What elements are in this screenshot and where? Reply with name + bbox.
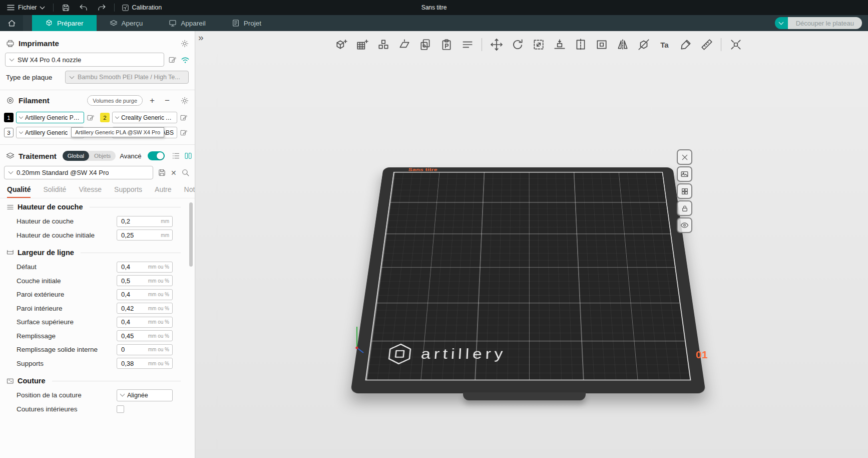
edit-filament-1-button[interactable] [87,114,95,122]
clear-preset-button[interactable]: ✕ [171,169,177,177]
add-filament-button[interactable]: + [147,96,158,106]
setting-value-input[interactable] [117,360,146,367]
setting-value-input[interactable] [117,263,146,271]
slice-plate-button[interactable]: Découper le plateau [788,17,862,29]
filament-section-title: Filament [19,96,50,105]
tab-project[interactable]: Projet [219,15,274,31]
lock-plate-button[interactable] [677,200,692,216]
setting-value-input[interactable] [117,305,146,312]
inner-seams-checkbox[interactable] [117,405,124,413]
seam-icon [7,377,14,385]
save-preset-button[interactable] [158,168,166,177]
setting-value-input[interactable] [117,346,146,353]
printer-connection-button[interactable] [181,56,190,64]
scroll-up-arrow[interactable]: ⌃ [189,198,193,201]
add-model-button[interactable] [334,38,348,52]
tab-device[interactable]: Appareil [156,15,219,31]
filament-1-select[interactable]: Artillery Generic PL... [16,112,84,123]
filament-2-select[interactable]: Creality Generic ABS [112,112,177,123]
setting-value-input[interactable] [117,217,146,225]
edit-filament-2-button[interactable] [180,114,188,122]
setting-label: Hauteur de couche initiale [17,232,117,239]
settings-scrollbar[interactable] [189,202,193,267]
add-plate-button[interactable] [355,38,369,52]
printer-select[interactable]: SW X4 Pro 0.4 nozzle [5,53,164,67]
setting-row: Supports mm ou % [0,357,195,371]
split-button[interactable] [574,38,587,52]
assembly-view-button[interactable] [729,38,742,52]
tab-notes[interactable]: Notes [184,185,195,198]
edit-filament-4-button[interactable] [180,129,188,137]
file-menu[interactable]: Fichier [5,4,46,11]
show-plate-button[interactable] [677,217,692,233]
edit-printer-button[interactable] [168,56,177,64]
process-preset-select[interactable]: 0.20mm Standard @SW X4 Pro [4,166,153,179]
home-button[interactable] [0,15,23,31]
search-settings-button[interactable] [181,168,190,177]
seam-position-select[interactable]: Alignée [117,389,173,401]
arrange-button[interactable] [376,38,390,52]
measure-button[interactable] [700,38,713,52]
redo-button[interactable] [96,3,107,13]
layers-icon [461,38,474,51]
slice-dropdown-button[interactable] [775,17,788,29]
filament-tooltip: Artillery Generic PLA @SW X4 Pro [71,127,164,137]
prepare-icon [45,19,53,27]
save-icon [158,168,166,177]
chevron-down-icon [779,20,784,25]
purge-volumes-button[interactable]: Volumes de purge [87,95,143,106]
plate-list-button[interactable] [677,183,692,199]
text-tool-button[interactable]: Ta [658,38,671,52]
scope-objects-button[interactable]: Objets [89,153,116,159]
advanced-toggle[interactable] [148,151,165,160]
layers-button[interactable] [461,38,474,52]
tab-quality[interactable]: Qualité [7,185,31,198]
process-preset-name: 0.20mm Standard @SW X4 Pro [17,169,109,176]
plate-settings-button[interactable] [677,166,692,182]
copy-button[interactable] [418,38,432,52]
split-to-parts-button[interactable] [595,38,608,52]
setting-value-input[interactable] [117,318,146,326]
filament-settings-button[interactable] [181,97,189,105]
filament-1-swatch[interactable]: 1 [4,113,14,122]
undo-button[interactable] [78,3,89,13]
seam-position-value: Alignée [127,392,148,399]
scope-global-button[interactable]: Global [63,151,89,161]
tab-speed[interactable]: Vitesse [79,185,102,198]
delete-plate-button[interactable] [677,149,692,165]
filament-2-swatch[interactable]: 2 [100,113,110,122]
setting-value-input[interactable] [117,232,146,239]
plate-type-select[interactable]: Bambu Smooth PEI Plate / High Te... [65,71,189,84]
setting-field: mm [117,216,173,227]
build-plate[interactable]: Sans titre artillery [350,167,706,393]
rotate-button[interactable] [511,38,524,52]
move-button[interactable] [490,38,503,52]
cut-button[interactable] [637,38,650,52]
remove-filament-button[interactable]: − [162,96,173,106]
setting-value-input[interactable] [117,332,146,340]
paste-button[interactable] [440,38,453,52]
compare-presets-button[interactable] [184,152,192,160]
tab-prepare[interactable]: Préparer [32,15,97,31]
tab-supports[interactable]: Supports [114,185,142,198]
paint-button[interactable] [679,38,692,52]
setting-value-input[interactable] [117,291,146,298]
tab-strength[interactable]: Solidité [43,185,66,198]
lay-on-face-button[interactable] [553,38,566,52]
calibration-button[interactable]: Calibration [122,4,162,12]
collapse-sidebar-button[interactable]: » [198,32,203,43]
tab-preview[interactable]: Aperçu [97,15,156,31]
scale-button[interactable] [532,38,545,52]
save-button[interactable] [61,3,71,13]
mirror-button[interactable] [616,38,629,52]
viewport-3d[interactable]: » Ta Sans titre [195,31,868,458]
settings-list-button[interactable] [172,152,180,160]
auto-orient-button[interactable] [397,38,411,52]
filament-3-swatch[interactable]: 3 [4,128,14,137]
advanced-label: Avancé [120,152,141,160]
tab-other[interactable]: Autre [155,185,171,198]
edit-icon [87,114,95,122]
printer-settings-button[interactable] [181,40,189,48]
setting-value-input[interactable] [117,277,146,285]
plate-type-value: Bambu Smooth PEI Plate / High Te... [78,74,180,81]
